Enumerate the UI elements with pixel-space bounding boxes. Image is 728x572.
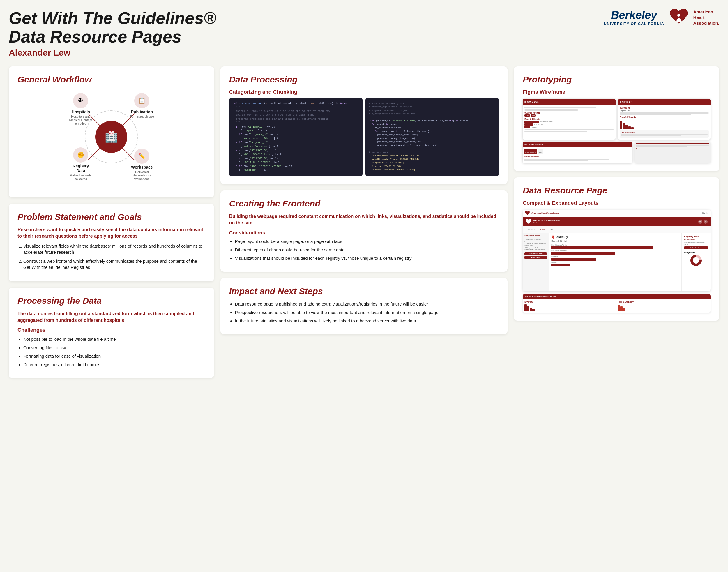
impact-card: Impact and Next Steps Data resource page… (220, 278, 508, 334)
frontend-card: Creating the Frontend Building the webpa… (220, 191, 508, 272)
drp-title: Data Resource Page (523, 186, 711, 196)
impact-list: Data resource page is published and addi… (229, 301, 499, 324)
processing-card: Processing the Data The data comes from … (9, 288, 214, 378)
center-column: Data Processing Categorizing and Chunkin… (220, 66, 508, 378)
code-container: def process_row_race(d: collections.defa… (229, 98, 499, 176)
right-column: Prototyping Figma Wireframe GWTG Data 01 (514, 66, 719, 378)
registry-icon: ✊ (73, 147, 88, 162)
aha-heart-icon (670, 9, 687, 26)
figma-mockup-row2: GWTG Data Snapshot Tips & Guidelines 20+… (523, 142, 711, 163)
main-grid: General Workflow (9, 66, 719, 378)
aha-text: American Heart Association. (694, 9, 719, 26)
workflow-item-hospitals: 👁 Hospitals Hospitals and Medical Center… (68, 93, 94, 125)
drp-compact-layout: Get With The Guidelines. Stroke ⋯ Divers… (523, 294, 711, 312)
frontend-bold-text: Building the webpage required constant c… (229, 213, 499, 226)
impact-title: Impact and Next Steps (229, 286, 499, 296)
workflow-item-workspace: ✏️ Workspace Delivered Securely in a wor… (129, 149, 155, 181)
impact-item-1: Data resource page is published and addi… (235, 301, 499, 307)
figma-screen-3: GWTG Data Snapshot Tips & Guidelines 20+… (523, 142, 632, 163)
code-block-right: # view = defaultdict(int) # summary_age … (365, 98, 499, 176)
impact-item-2: Prospective researchers will be able to … (235, 309, 499, 315)
consideration-3: Visualizations that should be included f… (235, 255, 499, 261)
problem-item-2: Construct a web frontend which effective… (23, 258, 205, 270)
drp-header-heart-icon (526, 219, 531, 225)
workspace-icon: ✏️ (134, 149, 149, 164)
berkeley-logo: Berkeley UNIVERSITY OF CALIFORNIA (604, 9, 664, 26)
drp-aha-icon (525, 211, 530, 216)
challenges-list: Not possible to load in the whole data f… (17, 336, 205, 368)
registry-desc: Patient records collected (68, 173, 94, 181)
problem-card: Problem Statement and Goals Researchers … (9, 204, 214, 282)
header-title: Get With The Guidelines® Data Resource P… (9, 9, 216, 58)
main-title-line1: Get With The Guidelines® (9, 9, 216, 27)
svg-point-0 (677, 14, 680, 17)
left-column: General Workflow (9, 66, 214, 378)
considerations-list: Page layout could be a single page, or a… (229, 238, 499, 261)
author-name: Alexander Lew (9, 48, 216, 58)
publication-icon: 📋 (134, 93, 149, 109)
problem-list: Visualize relevant fields within the dat… (17, 243, 205, 270)
berkeley-subtitle: UNIVERSITY OF CALIFORNIA (604, 21, 664, 26)
workflow-diagram: 🏥 👁 Hospitals Hospitals and Medical Cent… (65, 90, 158, 184)
challenge-3: Formatting data for ease of visualizatio… (23, 353, 205, 359)
challenges-subtitle: Challenges (17, 327, 205, 333)
challenge-1: Not possible to load in the whole data f… (23, 336, 205, 342)
code-block-left: def process_row_race(d: collections.defa… (229, 98, 363, 176)
publication-label: Publication (129, 110, 155, 114)
figma-screen-4: Examples (635, 142, 711, 163)
categorizing-subtitle: Categorizing and Chunking (229, 89, 499, 95)
processing-bold-text: The data comes from filling out a standa… (17, 310, 205, 324)
svg-point-9 (694, 258, 698, 263)
frontend-title: Creating the Frontend (229, 199, 499, 209)
drp-expanded-layout: American Heart Association Sign In Get W… (523, 210, 711, 291)
problem-title: Problem Statement and Goals (17, 212, 205, 222)
workflow-card: General Workflow (9, 66, 214, 198)
prototyping-title: Prototyping (523, 75, 711, 84)
berkeley-name: Berkeley (611, 9, 657, 21)
workflow-center: 🏥 (95, 121, 127, 153)
figma-screen-1: GWTG Data 01/2020-05/2021 125k 539 Race … (523, 99, 615, 140)
impact-item-3: In the future, statistics and visualizat… (235, 318, 499, 324)
figma-subtitle: Figma Wireframe (523, 89, 711, 95)
workflow-title: General Workflow (17, 75, 205, 84)
processing-title: Processing the Data (17, 296, 205, 306)
considerations-title: Considerations (229, 230, 499, 236)
prototyping-card: Prototyping Figma Wireframe GWTG Data 01 (514, 66, 719, 171)
hospitals-desc: Hospitals and Medical Centers enrolled (68, 115, 94, 125)
main-title-line2: Data Resource Pages (9, 27, 216, 46)
page: Get With The Guidelines® Data Resource P… (9, 9, 719, 378)
problem-bold-text: Researchers want to quickly and easily s… (17, 227, 205, 240)
hospitals-label: Hospitals (68, 110, 94, 114)
workflow-item-registry: ✊ Registry Data Patient records collecte… (68, 147, 94, 181)
workflow-item-publication: 📋 Publication For research use (129, 93, 155, 118)
figma-mockup-container: GWTG Data 01/2020-05/2021 125k 539 Race … (523, 99, 711, 140)
problem-item-1: Visualize relevant fields within the dat… (23, 243, 205, 255)
data-processing-card: Data Processing Categorizing and Chunkin… (220, 66, 508, 184)
header: Get With The Guidelines® Data Resource P… (9, 9, 719, 58)
data-processing-title: Data Processing (229, 75, 499, 84)
donut-chart (690, 255, 702, 266)
consideration-2: Different types of charts could be used … (235, 247, 499, 253)
drp-card: Data Resource Page Compact & Expanded La… (514, 177, 719, 320)
challenge-2: Converting files to csv (23, 345, 205, 351)
publication-desc: For research use (129, 115, 155, 118)
registry-label: Registry Data (68, 164, 94, 173)
workspace-label: Workspace (129, 165, 155, 169)
figma-screen-2: GWTG Dr 01/2020-05 Request Data Form & E… (618, 99, 711, 140)
workspace-desc: Delivered Securely in a workspace (129, 170, 155, 181)
challenge-4: Different registries, different field na… (23, 361, 205, 368)
hospitals-icon: 👁 (73, 93, 88, 109)
consideration-1: Page layout could be a single page, or a… (235, 238, 499, 244)
header-logos: Berkeley UNIVERSITY OF CALIFORNIA Americ… (604, 9, 719, 26)
drp-subtitle: Compact & Expanded Layouts (523, 200, 711, 206)
